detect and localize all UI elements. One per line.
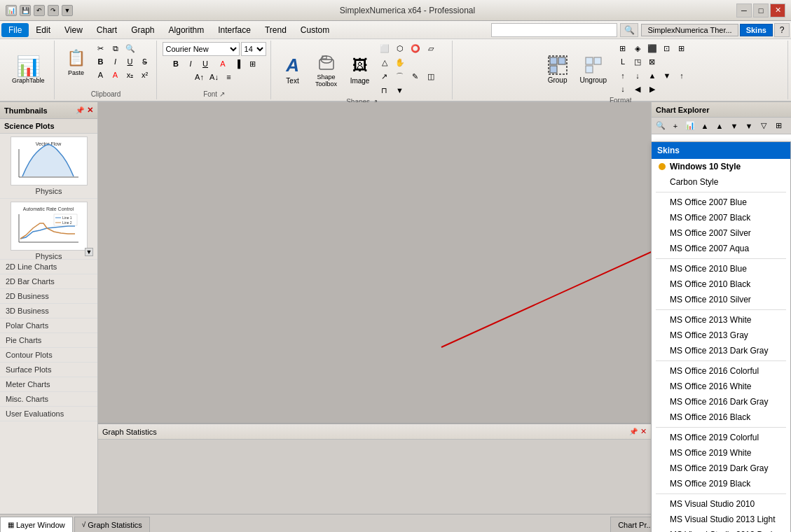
shape8-btn[interactable]: ⌒ [393,70,407,83]
subscript-btn[interactable]: x₂ [123,69,137,81]
format11-btn[interactable]: ▲ [645,69,659,82]
help-icon[interactable]: ? [774,23,790,37]
menu-algorithm[interactable]: Algorithm [162,23,212,37]
skin-vs2013-light[interactable]: MS Visual Studio 2013 Light [652,512,790,527]
group-btn[interactable]: Group [542,42,574,95]
shape10-btn[interactable]: ◫ [424,70,438,83]
skin-office2016-colorful[interactable]: MS Office 2016 Colorful [652,363,790,379]
format16-btn[interactable]: ▶ [645,83,659,95]
format4-btn[interactable]: ⊡ [660,42,674,55]
search-btn[interactable]: 🔍 [620,23,638,37]
font-italic-btn[interactable]: I [184,57,198,70]
format7-btn[interactable]: ◳ [631,55,645,68]
font-size-select[interactable]: 14 [241,42,266,56]
ce-search-btn[interactable]: 🔍 [654,120,668,132]
menu-file[interactable]: File [1,23,29,37]
font-bold-btn[interactable]: B [169,57,183,70]
ce-add-btn[interactable]: + [668,120,682,132]
skin-vs2013-dark[interactable]: MS Visual Studio 2013 Dark [652,527,790,532]
more-shapes-btn[interactable]: ▼ [393,84,407,97]
shape1-btn[interactable]: ⬜ [378,42,392,55]
skin-office2010-blue[interactable]: MS Office 2010 Blue [652,261,790,276]
skin-office2019-colorful[interactable]: MS Office 2019 Colorful [652,430,790,445]
sidebar-nav-misc[interactable]: Misc. Charts [0,392,97,407]
skin-office2016-black[interactable]: MS Office 2016 Black [652,410,790,425]
ce-extra-btn[interactable]: ⊞ [771,120,785,132]
format15-btn[interactable]: ◀ [631,83,645,95]
menu-graph[interactable]: Graph [124,23,161,37]
skin-office2007-aqua[interactable]: MS Office 2007 Aqua [652,241,790,256]
cut-btn[interactable]: ✂ [94,42,108,55]
theme-selector[interactable]: SimplexNumerica Ther... [641,24,738,36]
skin-vs2010[interactable]: MS Visual Studio 2010 [652,496,790,512]
redo-btn[interactable]: ↷ [48,5,59,16]
shape7-btn[interactable]: ↗ [378,70,392,83]
menu-edit[interactable]: Edit [29,23,57,37]
thumb-physics-2[interactable]: Automatic Rate Control Line 1 Line 2 Phy… [0,199,97,260]
text-btn[interactable]: A Text [277,42,309,97]
skin-office2013-gray[interactable]: MS Office 2013 Gray [652,328,790,343]
sidebar-nav-2d-business[interactable]: 2D Business [0,289,97,304]
format3-btn[interactable]: ⬛ [645,42,659,55]
dropdown-btn[interactable]: ▼ [62,5,73,16]
ce-up-btn[interactable]: ▲ [698,120,712,132]
format12-btn[interactable]: ▼ [660,69,674,82]
sidebar-close-btn[interactable]: ✕ [87,106,93,115]
format8-btn[interactable]: ⊠ [645,55,659,68]
ce-chart-btn[interactable]: 📊 [683,120,697,132]
undo-btn[interactable]: ↶ [34,5,45,16]
skin-office2007-blue[interactable]: MS Office 2007 Blue [652,195,790,210]
shape11-btn[interactable]: ⊓ [378,84,392,97]
sidebar-nav-2d-line[interactable]: 2D Line Charts [0,260,97,274]
skin-office2007-black[interactable]: MS Office 2007 Black [652,210,790,225]
skin-office2019-darkgray[interactable]: MS Office 2019 Dark Gray [652,461,790,476]
sidebar-nav-polar[interactable]: Polar Charts [0,318,97,333]
graph-stats-pin-btn[interactable]: 📌 [629,428,638,435]
skin-office2013-darkgray[interactable]: MS Office 2013 Dark Gray [652,343,790,358]
search-field[interactable] [491,23,617,37]
font-color-btn[interactable]: A [216,57,230,70]
pin-btn[interactable]: 📌 [76,106,84,114]
italic-btn[interactable]: I [109,55,123,68]
font-name-select[interactable]: Courier New [163,42,240,56]
graph-stats-tab[interactable]: √ Graph Statistics [74,517,150,532]
color-btn[interactable]: A [109,69,123,81]
sidebar-nav-meter[interactable]: Meter Charts [0,377,97,392]
align-btn[interactable]: ≡ [222,71,236,83]
sidebar-nav-user-eval[interactable]: User Evaluations [0,407,97,421]
sidebar-nav-surface[interactable]: Surface Plots [0,363,97,377]
ungroup-btn[interactable]: Ungroup [575,42,612,95]
font-extra-btn[interactable]: ⊞ [245,57,259,70]
superscript-btn[interactable]: x² [138,69,152,81]
format13-btn[interactable]: ↑ [675,69,689,82]
copy-btn[interactable]: ⧉ [109,42,123,55]
skin-office2013-white[interactable]: MS Office 2013 White [652,312,790,328]
maximize-btn[interactable]: □ [753,4,769,18]
skin-office2007-silver[interactable]: MS Office 2007 Silver [652,225,790,241]
format2-btn[interactable]: ◈ [631,42,645,55]
size-up-btn[interactable]: A↑ [193,71,207,83]
sidebar-nav-pie[interactable]: Pie Charts [0,333,97,348]
shape6-btn[interactable]: ✋ [393,56,407,69]
paste-btn[interactable]: 📋 Paste [60,42,92,81]
skins-btn[interactable]: Skins [740,24,773,36]
find-btn[interactable]: 🔍 [123,42,137,55]
skin-carbon[interactable]: Carbon Style [652,174,790,190]
underline-btn[interactable]: U [123,55,137,68]
strikethrough-btn[interactable]: S̶ [138,55,152,68]
minimize-btn[interactable]: ─ [736,4,752,18]
sidebar-nav-2d-bar[interactable]: 2D Bar Charts [0,274,97,289]
highlight-btn[interactable]: ▐ [231,57,245,70]
format1-btn[interactable]: ⊞ [616,42,630,55]
shape4-btn[interactable]: ▱ [424,42,438,55]
format10-btn[interactable]: ↓ [631,69,645,82]
graph-stats-close-btn[interactable]: ✕ [640,427,647,436]
layer-window-tab[interactable]: ▦ Layer Window [0,517,73,532]
shape9-btn[interactable]: ✎ [408,70,422,83]
shape-toolbox-btn[interactable]: ShapeToolbox [310,42,343,97]
ce-dn2-btn[interactable]: ▼ [742,120,756,132]
sidebar-nav-contour[interactable]: Contour Plots [0,348,97,363]
scroll-down-btn[interactable]: ▼ [85,248,93,256]
skin-office2019-white[interactable]: MS Office 2019 White [652,445,790,461]
ce-dn-btn[interactable]: ▼ [727,120,741,132]
